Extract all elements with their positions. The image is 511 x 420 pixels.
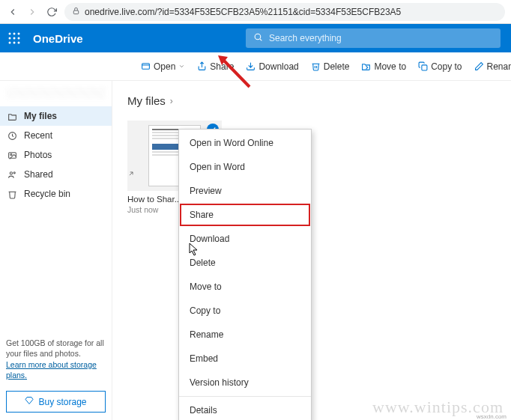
- search-icon: [253, 31, 263, 45]
- source-tag: wsxdn.com: [477, 413, 507, 420]
- context-menu: Open in Word Online Open in Word Preview…: [178, 129, 312, 420]
- url-text: onedrive.live.com/?id=5334F53E5CFB23A5%2…: [85, 7, 401, 17]
- cm-preview[interactable]: Preview: [179, 179, 311, 203]
- download-icon: [246, 61, 256, 71]
- people-icon: [7, 170, 18, 180]
- svg-line-11: [260, 39, 261, 40]
- chevron-right-icon: ›: [170, 96, 173, 106]
- svg-point-5: [13, 37, 16, 40]
- share-button[interactable]: Share: [191, 52, 240, 80]
- svg-rect-12: [142, 64, 150, 70]
- main-content: My files › W How to Shar... Just now: [112, 81, 511, 420]
- recycle-icon: [7, 189, 18, 199]
- svg-point-9: [18, 42, 20, 44]
- diamond-icon: [25, 396, 34, 407]
- delete-icon: [311, 61, 321, 71]
- copy-icon: [418, 61, 428, 71]
- download-button[interactable]: Download: [240, 52, 304, 80]
- svg-point-7: [9, 42, 11, 44]
- cm-details[interactable]: Details: [179, 398, 311, 420]
- menu-separator: [179, 396, 311, 397]
- svg-point-10: [255, 34, 261, 40]
- app-name: OneDrive: [28, 32, 83, 45]
- cm-download[interactable]: Download: [179, 227, 311, 251]
- cm-share[interactable]: Share: [179, 203, 311, 227]
- cm-open-word-online[interactable]: Open in Word Online: [179, 131, 311, 155]
- sidebar-item-recycle[interactable]: Recycle bin: [0, 184, 112, 204]
- svg-point-21: [13, 171, 15, 173]
- clock-icon: [7, 131, 18, 141]
- chevron-down-icon: [178, 61, 185, 72]
- storage-promo: Get 100GB of storage for all your files …: [0, 332, 112, 386]
- svg-point-4: [9, 37, 11, 40]
- cm-version-history[interactable]: Version history: [179, 371, 311, 395]
- back-icon[interactable]: [6, 5, 19, 19]
- move-to-button[interactable]: Move to: [355, 52, 412, 80]
- cm-rename[interactable]: Rename: [179, 323, 311, 347]
- svg-point-1: [9, 33, 11, 35]
- lock-icon: [72, 7, 80, 17]
- rename-button[interactable]: Rename: [468, 52, 512, 80]
- cm-move-to[interactable]: Move to: [179, 275, 311, 299]
- svg-rect-16: [422, 65, 427, 70]
- command-toolbar: Open Share Download Delete Move to Copy …: [0, 52, 511, 81]
- svg-point-2: [13, 33, 16, 35]
- user-placeholder: [6, 87, 106, 99]
- shortcut-arrow-icon: [127, 170, 135, 177]
- search-input[interactable]: [269, 33, 493, 43]
- browser-address-bar: onedrive.live.com/?id=5334F53E5CFB23A5%2…: [0, 0, 511, 24]
- buy-storage-button[interactable]: Buy storage: [6, 391, 106, 413]
- svg-point-19: [10, 153, 12, 155]
- cm-delete[interactable]: Delete: [179, 251, 311, 275]
- app-launcher-icon[interactable]: [0, 24, 28, 52]
- breadcrumb[interactable]: My files ›: [127, 94, 496, 107]
- svg-point-6: [18, 37, 20, 40]
- cm-embed[interactable]: Embed: [179, 347, 311, 371]
- move-icon: [361, 61, 371, 71]
- sidebar-item-photos[interactable]: Photos: [0, 145, 112, 165]
- photo-icon: [7, 150, 18, 160]
- forward-icon[interactable]: [25, 5, 39, 19]
- svg-point-20: [10, 171, 12, 174]
- storage-plans-link[interactable]: Learn more about storage plans.: [6, 360, 97, 380]
- search-box[interactable]: [246, 28, 501, 48]
- folder-icon: [7, 112, 18, 121]
- url-field[interactable]: onedrive.live.com/?id=5334F53E5CFB23A5%2…: [64, 3, 505, 21]
- open-icon: [141, 61, 151, 71]
- svg-rect-0: [73, 10, 78, 14]
- open-button[interactable]: Open: [135, 52, 191, 80]
- copy-to-button[interactable]: Copy to: [412, 52, 468, 80]
- onedrive-header: OneDrive: [0, 24, 511, 52]
- share-icon: [197, 61, 207, 71]
- rename-icon: [474, 61, 484, 71]
- sidebar-item-shared[interactable]: Shared: [0, 165, 112, 184]
- svg-point-8: [13, 42, 16, 44]
- cm-copy-to[interactable]: Copy to: [179, 299, 311, 323]
- sidebar: My files Recent Photos Shared Recycle bi…: [0, 81, 112, 420]
- reload-icon[interactable]: [45, 5, 58, 19]
- sidebar-item-recent[interactable]: Recent: [0, 126, 112, 145]
- sidebar-item-my-files[interactable]: My files: [0, 106, 112, 126]
- svg-point-3: [18, 33, 20, 35]
- cm-open-word[interactable]: Open in Word: [179, 155, 311, 179]
- delete-button[interactable]: Delete: [305, 52, 356, 80]
